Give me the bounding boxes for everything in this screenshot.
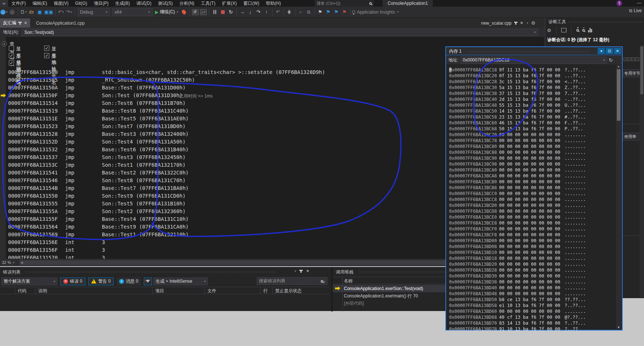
account-avatar[interactable]: 5 — [616, 0, 622, 6]
hot-reload-icon[interactable] — [181, 9, 186, 15]
scope-filter-dropdown[interactable]: 整个解决方案▾ — [1, 278, 57, 285]
solution-platform-dropdown[interactable]: x64▾ — [112, 8, 153, 16]
vertical-scrollbar[interactable]: ▲ ▼ — [616, 65, 621, 329]
memory-address: 0x00007FF6BA13BD20 — [449, 261, 497, 267]
step-out-button[interactable]: ↑ — [263, 8, 270, 16]
restart-button[interactable]: ↻ — [227, 8, 235, 16]
save-button[interactable]: ▣ — [36, 8, 43, 16]
step-into-button[interactable]: ↓ — [247, 8, 254, 16]
menu-item[interactable]: 文件(F) — [8, 0, 29, 7]
menu-item[interactable]: 生成(B) — [112, 0, 133, 7]
tab-consoleapplication1-cpp[interactable]: ConsoleApplication1.cpp — [32, 18, 89, 28]
zoom-level-dropdown[interactable]: 32 % — [0, 260, 11, 265]
address-combobox[interactable]: Son::Test(void) ▾ — [22, 29, 538, 36]
menu-item[interactable]: 测试(S) — [155, 0, 176, 7]
tab-new-scalar-cpp[interactable]: new_scalar.cpp ✕ ▾ ⚙ — [478, 18, 538, 28]
quick-search-input[interactable]: 搜索 (Ctrl+Q) — [315, 0, 374, 6]
undo-button[interactable]: ↶▾ — [57, 8, 65, 16]
close-icon[interactable]: ✕ — [520, 21, 523, 25]
menu-item[interactable]: Git(G) — [72, 0, 90, 7]
refresh-icon[interactable]: ↻ — [609, 57, 613, 63]
disassembly-toolbar-icon[interactable]: ⋕ — [286, 8, 293, 16]
quick-actions-icon[interactable]: ⌂▾ — [200, 9, 207, 15]
redo-button[interactable]: ↷▾ — [65, 8, 73, 16]
pin-icon[interactable] — [515, 22, 516, 25]
close-icon[interactable]: ✕ — [306, 269, 309, 273]
export-icon[interactable] — [561, 28, 566, 32]
maximize-icon[interactable]: ⊡ — [606, 48, 613, 54]
open-file-button[interactable]: 🗁 — [28, 8, 35, 16]
menu-item[interactable]: 窗口(W) — [240, 0, 263, 7]
column-header-2[interactable]: 说明 — [35, 287, 47, 294]
window-position-icon[interactable]: ▾ — [598, 48, 605, 54]
solution-configuration-dropdown[interactable]: Debug▾ — [78, 8, 110, 16]
menu-item[interactable]: 工具(T) — [198, 0, 218, 7]
column-header-3[interactable]: 项目 — [152, 287, 164, 294]
collapse-chevron-icon[interactable]: ∧ — [2, 41, 7, 46]
break-all-button[interactable] — [211, 8, 218, 16]
scroll-down-icon[interactable]: ▼ — [616, 326, 621, 329]
error-list-search-input[interactable]: 搜索错误列表 ▾ — [257, 277, 327, 285]
navigate-forward-button[interactable]: → — [8, 8, 16, 16]
menu-item[interactable]: 编辑(E) — [29, 0, 50, 7]
close-icon[interactable]: ✕ — [614, 48, 621, 54]
memory-window-titlebar[interactable]: 内存 1 ▾ ⊡ ✕ — [446, 47, 622, 55]
new-item-button[interactable]: 🗋▾ — [20, 8, 27, 16]
chevron-down-icon[interactable]: ▾ — [603, 59, 605, 62]
next-bookmark-icon[interactable]: ⚑ — [333, 8, 340, 16]
show-next-statement-button[interactable]: → — [239, 8, 246, 16]
gear-icon[interactable]: ⚙ — [547, 28, 551, 33]
menu-item[interactable]: 帮助(H) — [263, 0, 284, 7]
warnings-filter-button[interactable]: 警告 0 — [88, 278, 114, 285]
menu-item[interactable]: 调试(D) — [133, 0, 155, 7]
gear-icon[interactable]: ⚙ — [531, 20, 536, 26]
attach-process-icon[interactable]: 🗊 — [192, 9, 199, 15]
vertical-scrollbar[interactable] — [640, 45, 644, 297]
undo-nav-icon[interactable]: ↶ — [274, 8, 282, 16]
live-share-button[interactable]: ⧉ Live — [629, 8, 642, 13]
step-over-button[interactable]: ↷ — [255, 8, 262, 16]
menu-item[interactable]: 扩展(X) — [219, 0, 240, 7]
column-header-1[interactable]: 代码 — [15, 287, 26, 294]
memory-address-combobox[interactable]: 0x00007FF6BA13BC18 ▾ — [460, 57, 607, 64]
filter-button[interactable] — [144, 278, 152, 285]
tab-disassembly[interactable]: 反汇编 ✕ — [0, 18, 30, 28]
column-header-4[interactable]: 文件 — [204, 287, 216, 294]
minimize-icon[interactable]: — — [635, 0, 644, 7]
chevron-down-icon[interactable]: ▾ — [527, 21, 528, 25]
menu-item[interactable]: 项目(P) — [90, 0, 112, 7]
chart-icon[interactable] — [588, 28, 592, 32]
stop-debugging-button[interactable] — [219, 8, 227, 16]
messages-filter-button[interactable]: i 消息 0 — [117, 278, 141, 285]
scrollbar-thumb[interactable] — [617, 69, 620, 121]
zoom-in-icon[interactable]: + — [576, 28, 579, 33]
chevron-down-icon[interactable]: ▾ — [534, 31, 536, 34]
checkbox-5[interactable]: ✓ — [9, 60, 14, 66]
checkbox-1[interactable] — [9, 46, 14, 51]
breakpoints-window-icon[interactable]: ⌐ — [297, 8, 305, 16]
clear-bookmarks-icon[interactable]: ⚑ — [341, 8, 348, 16]
continue-button[interactable]: ▶继续(C)▾ — [155, 9, 178, 15]
pin-icon[interactable] — [300, 270, 302, 273]
zoom-out-icon[interactable]: − — [582, 28, 585, 33]
scroll-up-icon[interactable]: ▲ — [616, 65, 621, 68]
close-icon[interactable]: ✕ — [24, 21, 27, 25]
checkbox-2[interactable]: ✓ — [44, 46, 49, 51]
column-header-6[interactable]: 禁止显示状态 — [272, 287, 302, 294]
source-filter-dropdown[interactable]: 生成 + IntelliSense▾ — [153, 278, 208, 285]
bookmark-icon[interactable]: ⚑ — [317, 8, 324, 16]
previous-bookmark-icon[interactable]: ⚑ — [325, 8, 332, 16]
column-header-5[interactable]: 行 — [260, 287, 268, 294]
menu-item[interactable]: 分析(N) — [176, 0, 198, 7]
chevron-down-icon[interactable]: ▾ — [13, 261, 14, 264]
window-position-icon[interactable]: ▾ — [295, 269, 296, 273]
immediate-window-icon[interactable]: ⧉ — [305, 8, 313, 16]
errors-filter-button[interactable]: ✕ 错误 0 — [60, 278, 85, 285]
application-insights-dropdown[interactable]: Application Insights▾ — [352, 10, 399, 15]
pin-icon[interactable] — [19, 22, 21, 25]
navigate-back-button[interactable]: ←▾ — [0, 8, 8, 16]
checkbox-4[interactable]: ✓ — [44, 53, 49, 58]
menu-item[interactable]: 视图(V) — [50, 0, 72, 7]
checkbox-3[interactable]: ✓ — [9, 53, 14, 58]
save-all-button[interactable]: ▣▣ — [44, 8, 53, 16]
